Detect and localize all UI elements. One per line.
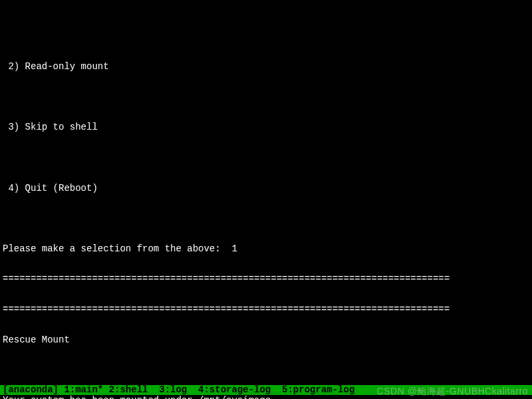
blank-line bbox=[3, 153, 532, 163]
menu-option-4: 4) Quit (Reboot) bbox=[3, 184, 532, 194]
menu-option-2: 2) Read-only mount bbox=[3, 62, 532, 72]
selection-prompt: Please make a selection from the above: … bbox=[3, 244, 532, 254]
terminal-output[interactable]: 2) Read-only mount 3) Skip to shell 4) Q… bbox=[3, 41, 532, 399]
blank-line bbox=[3, 365, 532, 375]
menu-option-3: 3) Skip to shell bbox=[3, 122, 532, 132]
blank-line bbox=[3, 92, 532, 102]
anaconda-status-bar[interactable]: [anaconda] 1:main* 2:shell 3:log 4:stora… bbox=[0, 385, 532, 395]
header-rescue-mount: Rescue Mount bbox=[3, 335, 532, 345]
mounted-msg: Your system has been mounted under /mnt/… bbox=[3, 396, 532, 399]
separator: ========================================… bbox=[3, 305, 532, 315]
separator: ========================================… bbox=[3, 274, 532, 284]
blank-line bbox=[3, 213, 532, 223]
